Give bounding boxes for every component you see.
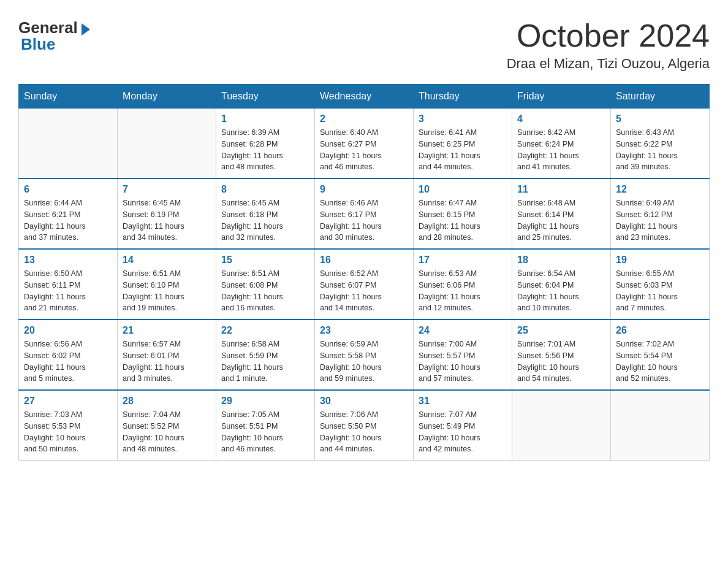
month-title: October 2024 [507, 18, 710, 53]
day-info: Sunrise: 6:51 AMSunset: 6:08 PMDaylight:… [221, 268, 309, 314]
calendar-cell: 11Sunrise: 6:48 AMSunset: 6:14 PMDayligh… [512, 178, 611, 249]
calendar-cell: 8Sunrise: 6:45 AMSunset: 6:18 PMDaylight… [216, 178, 315, 249]
day-info: Sunrise: 6:49 AMSunset: 6:12 PMDaylight:… [616, 197, 704, 243]
calendar-cell: 23Sunrise: 6:59 AMSunset: 5:58 PMDayligh… [315, 320, 414, 390]
calendar-header-monday: Monday [118, 85, 216, 109]
day-number: 16 [320, 255, 408, 266]
day-info: Sunrise: 7:04 AMSunset: 5:52 PMDaylight:… [123, 409, 211, 455]
day-number: 13 [24, 255, 112, 266]
calendar-cell: 18Sunrise: 6:54 AMSunset: 6:04 PMDayligh… [512, 249, 611, 320]
day-number: 9 [320, 184, 408, 195]
calendar-header-tuesday: Tuesday [216, 85, 315, 109]
logo-blue-text: Blue [21, 35, 55, 54]
calendar-cell [118, 109, 216, 179]
day-info: Sunrise: 7:06 AMSunset: 5:50 PMDaylight:… [320, 409, 408, 455]
calendar-cell: 25Sunrise: 7:01 AMSunset: 5:56 PMDayligh… [512, 320, 611, 390]
day-number: 10 [419, 184, 507, 195]
day-number: 1 [221, 113, 309, 124]
day-info: Sunrise: 6:40 AMSunset: 6:27 PMDaylight:… [320, 127, 408, 173]
day-info: Sunrise: 6:45 AMSunset: 6:19 PMDaylight:… [123, 197, 211, 243]
day-info: Sunrise: 7:02 AMSunset: 5:54 PMDaylight:… [616, 339, 704, 385]
day-info: Sunrise: 6:57 AMSunset: 6:01 PMDaylight:… [123, 339, 211, 385]
page-header: General Blue October 2024 Draa el Mizan,… [18, 18, 710, 72]
day-info: Sunrise: 6:47 AMSunset: 6:15 PMDaylight:… [419, 197, 507, 243]
day-number: 31 [419, 396, 507, 407]
day-info: Sunrise: 6:39 AMSunset: 6:28 PMDaylight:… [221, 127, 309, 173]
calendar-cell: 13Sunrise: 6:50 AMSunset: 6:11 PMDayligh… [19, 249, 118, 320]
calendar-cell: 2Sunrise: 6:40 AMSunset: 6:27 PMDaylight… [315, 109, 414, 179]
calendar-cell: 27Sunrise: 7:03 AMSunset: 5:53 PMDayligh… [19, 390, 118, 461]
calendar-cell: 19Sunrise: 6:55 AMSunset: 6:03 PMDayligh… [611, 249, 710, 320]
day-number: 6 [24, 184, 112, 195]
day-number: 28 [123, 396, 211, 407]
calendar-week-row: 6Sunrise: 6:44 AMSunset: 6:21 PMDaylight… [19, 178, 710, 249]
location-title: Draa el Mizan, Tizi Ouzou, Algeria [507, 56, 710, 72]
calendar-cell: 3Sunrise: 6:41 AMSunset: 6:25 PMDaylight… [414, 109, 512, 179]
calendar-cell: 12Sunrise: 6:49 AMSunset: 6:12 PMDayligh… [611, 178, 710, 249]
calendar-week-row: 13Sunrise: 6:50 AMSunset: 6:11 PMDayligh… [19, 249, 710, 320]
day-number: 15 [221, 255, 309, 266]
day-number: 8 [221, 184, 309, 195]
day-info: Sunrise: 6:51 AMSunset: 6:10 PMDaylight:… [123, 268, 211, 314]
day-info: Sunrise: 6:46 AMSunset: 6:17 PMDaylight:… [320, 197, 408, 243]
day-info: Sunrise: 6:44 AMSunset: 6:21 PMDaylight:… [24, 197, 112, 243]
day-number: 7 [123, 184, 211, 195]
calendar-cell: 17Sunrise: 6:53 AMSunset: 6:06 PMDayligh… [414, 249, 512, 320]
calendar-cell: 16Sunrise: 6:52 AMSunset: 6:07 PMDayligh… [315, 249, 414, 320]
day-number: 27 [24, 396, 112, 407]
day-info: Sunrise: 6:52 AMSunset: 6:07 PMDaylight:… [320, 268, 408, 314]
calendar-cell: 1Sunrise: 6:39 AMSunset: 6:28 PMDaylight… [216, 109, 315, 179]
calendar-header-wednesday: Wednesday [315, 85, 414, 109]
day-info: Sunrise: 6:43 AMSunset: 6:22 PMDaylight:… [616, 127, 704, 173]
calendar-cell: 9Sunrise: 6:46 AMSunset: 6:17 PMDaylight… [315, 178, 414, 249]
day-number: 4 [517, 113, 605, 124]
day-number: 18 [517, 255, 605, 266]
day-info: Sunrise: 6:48 AMSunset: 6:14 PMDaylight:… [517, 197, 605, 243]
calendar-cell: 4Sunrise: 6:42 AMSunset: 6:24 PMDaylight… [512, 109, 611, 179]
calendar-week-row: 1Sunrise: 6:39 AMSunset: 6:28 PMDaylight… [19, 109, 710, 179]
calendar-cell [611, 390, 710, 461]
day-number: 24 [419, 325, 507, 336]
day-info: Sunrise: 7:07 AMSunset: 5:49 PMDaylight:… [419, 409, 507, 455]
day-info: Sunrise: 6:54 AMSunset: 6:04 PMDaylight:… [517, 268, 605, 314]
calendar-cell: 5Sunrise: 6:43 AMSunset: 6:22 PMDaylight… [611, 109, 710, 179]
calendar-cell: 21Sunrise: 6:57 AMSunset: 6:01 PMDayligh… [118, 320, 216, 390]
day-info: Sunrise: 6:56 AMSunset: 6:02 PMDaylight:… [24, 339, 112, 385]
day-number: 29 [221, 396, 309, 407]
day-number: 3 [419, 113, 507, 124]
calendar-cell: 24Sunrise: 7:00 AMSunset: 5:57 PMDayligh… [414, 320, 512, 390]
calendar-cell: 6Sunrise: 6:44 AMSunset: 6:21 PMDaylight… [19, 178, 118, 249]
day-number: 5 [616, 113, 704, 124]
calendar-cell: 10Sunrise: 6:47 AMSunset: 6:15 PMDayligh… [414, 178, 512, 249]
calendar-week-row: 20Sunrise: 6:56 AMSunset: 6:02 PMDayligh… [19, 320, 710, 390]
calendar-cell: 30Sunrise: 7:06 AMSunset: 5:50 PMDayligh… [315, 390, 414, 461]
calendar-cell: 31Sunrise: 7:07 AMSunset: 5:49 PMDayligh… [414, 390, 512, 461]
calendar-cell [19, 109, 118, 179]
calendar-cell: 15Sunrise: 6:51 AMSunset: 6:08 PMDayligh… [216, 249, 315, 320]
day-number: 17 [419, 255, 507, 266]
day-number: 2 [320, 113, 408, 124]
day-info: Sunrise: 7:00 AMSunset: 5:57 PMDaylight:… [419, 339, 507, 385]
day-number: 25 [517, 325, 605, 336]
day-info: Sunrise: 7:05 AMSunset: 5:51 PMDaylight:… [221, 409, 309, 455]
logo-arrow-icon [82, 23, 90, 36]
day-info: Sunrise: 6:59 AMSunset: 5:58 PMDaylight:… [320, 339, 408, 385]
day-info: Sunrise: 6:53 AMSunset: 6:06 PMDaylight:… [419, 268, 507, 314]
day-info: Sunrise: 6:58 AMSunset: 5:59 PMDaylight:… [221, 339, 309, 385]
day-number: 21 [123, 325, 211, 336]
calendar-cell [512, 390, 611, 461]
day-info: Sunrise: 7:03 AMSunset: 5:53 PMDaylight:… [24, 409, 112, 455]
calendar-header-row: SundayMondayTuesdayWednesdayThursdayFrid… [19, 85, 710, 109]
title-block: October 2024 Draa el Mizan, Tizi Ouzou, … [507, 18, 710, 72]
day-info: Sunrise: 6:41 AMSunset: 6:25 PMDaylight:… [419, 127, 507, 173]
calendar-cell: 29Sunrise: 7:05 AMSunset: 5:51 PMDayligh… [216, 390, 315, 461]
logo: General Blue [18, 18, 90, 54]
day-number: 19 [616, 255, 704, 266]
day-number: 14 [123, 255, 211, 266]
calendar-cell: 20Sunrise: 6:56 AMSunset: 6:02 PMDayligh… [19, 320, 118, 390]
day-number: 22 [221, 325, 309, 336]
day-info: Sunrise: 7:01 AMSunset: 5:56 PMDaylight:… [517, 339, 605, 385]
calendar-week-row: 27Sunrise: 7:03 AMSunset: 5:53 PMDayligh… [19, 390, 710, 461]
day-number: 26 [616, 325, 704, 336]
day-info: Sunrise: 6:50 AMSunset: 6:11 PMDaylight:… [24, 268, 112, 314]
